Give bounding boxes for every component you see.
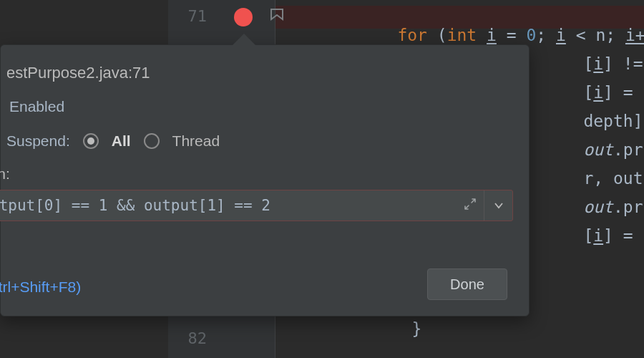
code-token: = (497, 26, 527, 44)
code-token: } (411, 319, 421, 338)
condition-input[interactable] (0, 190, 457, 221)
code-token: int (447, 26, 487, 44)
condition-field-wrap (0, 190, 513, 221)
popup-title: estPurpose2.java:71 (6, 64, 513, 82)
done-button[interactable]: Done (427, 268, 507, 300)
breakpoint-popup: estPurpose2.java:71 Enabled Suspend: All… (0, 44, 530, 316)
enabled-label: Enabled (9, 98, 64, 115)
code-token: i (487, 26, 497, 44)
code-token: for (397, 26, 436, 44)
condition-history-dropdown[interactable] (484, 190, 512, 221)
popup-arrow (233, 34, 255, 45)
more-link[interactable]: re (Ctrl+Shift+F8) (0, 279, 81, 296)
suspend-thread-label: Thread (172, 132, 220, 150)
code-token: i (593, 226, 603, 245)
code-token: [ (583, 226, 593, 245)
line-number: 82 (178, 329, 207, 347)
expand-icon[interactable] (464, 198, 477, 214)
suspend-label: Suspend: (6, 132, 70, 150)
suspend-all-label: All (112, 132, 131, 150)
suspend-all-radio[interactable] (83, 133, 99, 149)
condition-label: ndition: (0, 165, 513, 183)
breakpoint-icon[interactable] (234, 8, 253, 26)
line-number: 71 (178, 7, 207, 25)
code-token: ( (437, 26, 447, 44)
code-token: ] = (603, 226, 643, 245)
code-token: 0 (526, 26, 536, 44)
suspend-thread-radio[interactable] (144, 133, 160, 149)
